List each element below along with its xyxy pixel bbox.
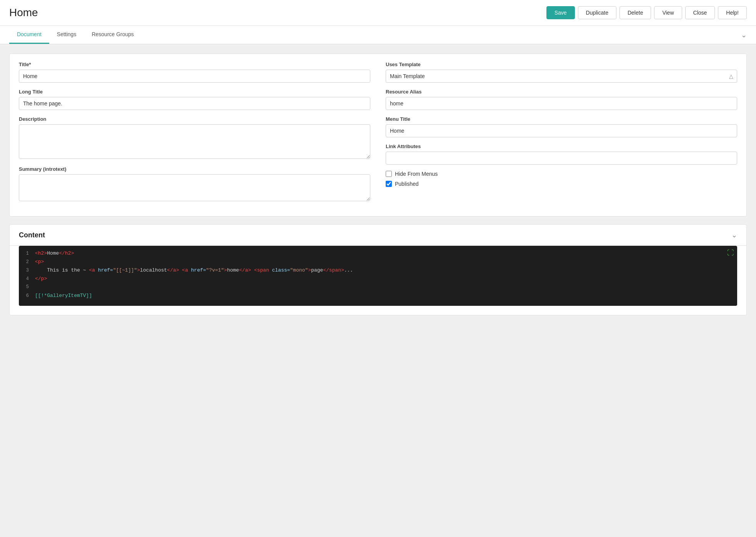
close-button[interactable]: Close [685,6,715,19]
expand-icon[interactable]: ⛶ [727,249,734,257]
code-line: 1<h2>Home</h2> [19,250,737,259]
code-lines: 1<h2>Home</h2>2<p>3 This is the ~ <a hre… [19,246,737,306]
hide-from-menus-checkbox[interactable] [386,171,392,177]
code-editor: ⛶ 1<h2>Home</h2>2<p>3 This is the ~ <a h… [19,246,737,306]
code-line: 4</p> [19,276,737,284]
duplicate-button[interactable]: Duplicate [578,6,616,19]
long-title-group: Long Title [19,89,370,110]
tab-document[interactable]: Document [9,26,49,44]
line-number: 6 [23,293,35,299]
line-content: <h2>Home</h2> [35,250,74,256]
link-attributes-label: Link Attributes [386,143,737,149]
collapse-icon[interactable]: ⌄ [741,31,747,39]
document-panel-body: Title* Long Title Description Summary (i… [10,54,746,216]
code-line: 5 [19,284,737,293]
resource-alias-input[interactable] [386,97,737,110]
uses-template-label: Uses Template [386,62,737,67]
resource-alias-group: Resource Alias [386,89,737,110]
published-checkbox[interactable] [386,181,392,187]
description-group: Description [19,116,370,160]
title-label: Title* [19,62,370,67]
menu-title-group: Menu Title [386,116,737,137]
description-textarea[interactable] [19,124,370,159]
line-number: 1 [23,251,35,256]
page-header: Home Save Duplicate Delete View Close He… [0,0,756,26]
save-button[interactable]: Save [546,6,575,19]
form-grid: Title* Long Title Description Summary (i… [19,62,737,208]
resource-alias-label: Resource Alias [386,89,737,95]
form-right-col: Uses Template Main Template △ Resource A… [386,62,737,208]
line-number: 3 [23,268,35,273]
content-panel-title: Content [19,231,45,239]
published-group: Published [386,181,737,187]
hide-from-menus-label[interactable]: Hide From Menus [395,171,438,177]
document-panel: Title* Long Title Description Summary (i… [9,53,747,217]
line-content: [[!*GalleryItemTV]] [35,293,92,299]
long-title-input[interactable] [19,97,370,110]
tab-resource-groups[interactable]: Resource Groups [84,26,142,44]
link-attributes-group: Link Attributes [386,143,737,165]
line-content: </p> [35,276,47,282]
hide-from-menus-group: Hide From Menus [386,171,737,177]
tabs-container: Document Settings Resource Groups ⌄ [0,26,756,44]
line-number: 4 [23,276,35,282]
content-collapse-icon[interactable]: ⌄ [731,231,737,239]
summary-textarea[interactable] [19,174,370,201]
summary-group: Summary (introtext) [19,166,370,202]
line-number: 5 [23,284,35,290]
help-button[interactable]: Help! [718,6,747,19]
form-left-col: Title* Long Title Description Summary (i… [19,62,370,208]
page-title: Home [9,7,38,19]
published-label[interactable]: Published [395,181,419,187]
delete-button[interactable]: Delete [619,6,651,19]
uses-template-group: Uses Template Main Template △ [386,62,737,83]
summary-label: Summary (introtext) [19,166,370,172]
uses-template-select[interactable]: Main Template [386,70,737,83]
uses-template-wrapper: Main Template △ [386,70,737,83]
view-button[interactable]: View [654,6,682,19]
description-label: Description [19,116,370,122]
code-line: 3 This is the ~ <a href="[[~1]]">localho… [19,267,737,276]
menu-title-input[interactable] [386,124,737,137]
tabs: Document Settings Resource Groups [9,26,142,44]
long-title-label: Long Title [19,89,370,95]
title-group: Title* [19,62,370,83]
line-content: This is the ~ <a href="[[~1]]">localhost… [35,267,353,273]
line-content: <p> [35,259,44,265]
title-input[interactable] [19,70,370,83]
tab-settings[interactable]: Settings [49,26,84,44]
link-attributes-input[interactable] [386,152,737,165]
line-number: 2 [23,259,35,265]
header-buttons: Save Duplicate Delete View Close Help! [546,6,747,19]
menu-title-label: Menu Title [386,116,737,122]
code-line: 6[[!*GalleryItemTV]] [19,293,737,301]
main-content: Title* Long Title Description Summary (i… [0,44,756,332]
code-line: 2<p> [19,259,737,267]
code-editor-toolbar: ⛶ [727,249,734,257]
content-panel: Content ⌄ ⛶ 1<h2>Home</h2>2<p>3 This is … [9,224,747,315]
content-panel-header: Content ⌄ [10,225,746,246]
